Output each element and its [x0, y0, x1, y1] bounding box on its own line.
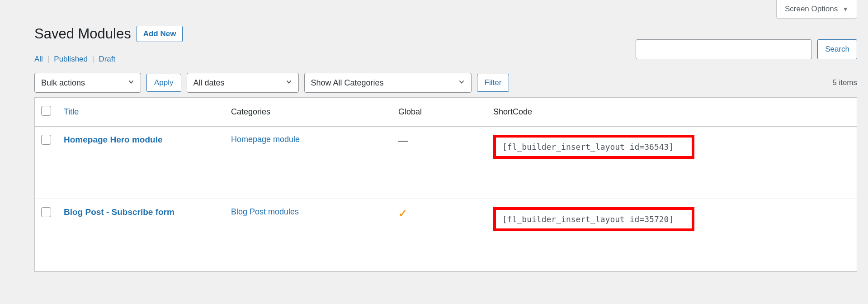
status-link-draft[interactable]: Draft: [99, 55, 115, 64]
col-header-shortcode: ShortCode: [487, 98, 857, 127]
search-button[interactable]: Search: [817, 39, 857, 59]
modules-table: Title Categories Global ShortCode Homepa…: [34, 97, 857, 272]
row-title-link[interactable]: Blog Post - Subscribe form: [64, 207, 175, 217]
status-link-all[interactable]: All: [34, 55, 43, 64]
category-link[interactable]: Blog Post modules: [231, 207, 299, 216]
dash-icon: —: [398, 135, 408, 146]
add-new-button[interactable]: Add New: [137, 26, 183, 42]
category-filter-select[interactable]: Show All Categories: [304, 73, 472, 93]
filter-button[interactable]: Filter: [477, 74, 509, 92]
separator: |: [47, 55, 49, 64]
status-link-published[interactable]: Published: [54, 55, 88, 64]
col-header-categories: Categories: [225, 98, 392, 127]
row-title-link[interactable]: Homepage Hero module: [64, 135, 163, 145]
bulk-actions-select[interactable]: Bulk actions: [34, 73, 141, 93]
check-icon: ✓: [398, 207, 407, 219]
apply-button[interactable]: Apply: [146, 74, 181, 92]
shortcode-value[interactable]: [fl_builder_insert_layout id=35720]: [493, 207, 694, 231]
page-title: Saved Modules: [34, 26, 131, 42]
screen-options-label: Screen Options: [785, 5, 838, 14]
row-checkbox[interactable]: [41, 207, 51, 217]
table-row: Blog Post - Subscribe formBlog Post modu…: [35, 199, 857, 271]
screen-options-button[interactable]: Screen Options ▼: [776, 0, 857, 19]
category-link[interactable]: Homepage module: [231, 135, 300, 144]
search-input[interactable]: [636, 39, 812, 59]
category-filter-selected: Show All Categories: [311, 78, 384, 88]
row-checkbox[interactable]: [41, 135, 51, 145]
chevron-down-icon: [458, 78, 466, 88]
chevron-down-icon: [127, 78, 135, 88]
select-all-checkbox[interactable]: [41, 106, 51, 116]
items-count: 5 items: [832, 78, 857, 87]
col-header-global: Global: [392, 98, 487, 127]
chevron-down-icon: [285, 78, 293, 88]
bulk-actions-selected: Bulk actions: [41, 78, 85, 88]
separator: |: [92, 55, 94, 64]
date-filter-select[interactable]: All dates: [187, 73, 299, 93]
chevron-down-icon: ▼: [842, 5, 849, 13]
table-row: Homepage Hero moduleHomepage module—[fl_…: [35, 127, 857, 199]
date-filter-selected: All dates: [193, 78, 225, 88]
shortcode-value[interactable]: [fl_builder_insert_layout id=36543]: [493, 135, 694, 159]
col-header-title[interactable]: Title: [64, 107, 79, 116]
